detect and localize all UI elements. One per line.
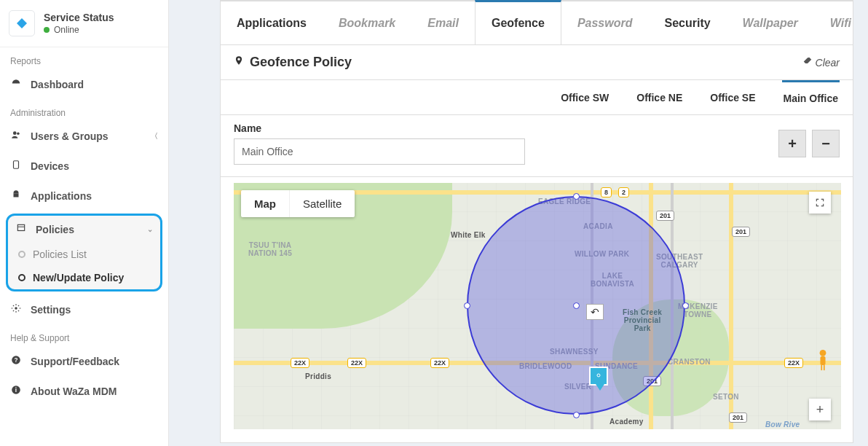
map-zoom-in-button[interactable]: + — [809, 399, 831, 420]
tab-wifi[interactable]: Wifi — [814, 1, 867, 44]
map-type-satellite[interactable]: Satellite — [290, 190, 355, 217]
users-icon — [10, 130, 22, 142]
nav-users-label: Users & Groups — [31, 130, 108, 142]
nav-users-groups[interactable]: Users & Groups 〈 — [0, 121, 168, 151]
status-dot-icon — [44, 27, 50, 33]
svg-point-2 — [13, 131, 17, 135]
geofence-subtabs: Office SW Office NE Office SE Main Offic… — [221, 80, 853, 115]
pegman-icon[interactable] — [815, 349, 831, 371]
chevron-down-icon: ⌄ — [147, 225, 153, 233]
map-label: TSUU T'INA NATION 145 — [248, 241, 292, 257]
route-badge: 22X — [291, 358, 309, 368]
dashboard-icon — [10, 78, 22, 90]
tab-geofence[interactable]: Geofence — [475, 0, 561, 44]
route-badge: 201 — [656, 211, 674, 221]
clear-label: Clear — [816, 57, 840, 69]
app-logo-icon — [9, 10, 35, 36]
status-text: Online — [54, 25, 79, 35]
geofence-handle-w[interactable] — [464, 302, 470, 309]
svg-point-3 — [17, 133, 20, 136]
tab-password[interactable]: Password — [561, 1, 649, 44]
map-label: Bow Rive — [765, 420, 800, 429]
nav-support[interactable]: ? Support/Feedback — [0, 346, 168, 376]
map-type-map[interactable]: Map — [241, 190, 290, 217]
geofence-handle-c[interactable] — [573, 302, 580, 309]
circle-icon — [18, 251, 25, 258]
nav-policies-label: Policies — [36, 224, 74, 235]
nav-dashboard-label: Dashboard — [31, 79, 84, 90]
policies-icon — [15, 223, 27, 235]
clear-button[interactable]: Clear — [802, 56, 840, 69]
nav-devices-label: Devices — [31, 160, 69, 172]
service-status: Service Status Online — [0, 0, 168, 47]
map-fullscreen-button[interactable] — [809, 192, 831, 214]
svg-text:?: ? — [15, 357, 18, 364]
route-badge: 22X — [430, 358, 449, 368]
info-icon: i — [10, 385, 22, 397]
nav-policies-group: Policies ⌄ Policies List New/Update Poli… — [6, 214, 162, 292]
nav-devices[interactable]: Devices — [0, 151, 168, 181]
tab-applications[interactable]: Applications — [221, 1, 323, 44]
nav-new-update-policy[interactable]: New/Update Policy — [8, 266, 160, 289]
nav-policies[interactable]: Policies ⌄ — [8, 216, 160, 243]
svg-rect-16 — [821, 365, 822, 370]
subtab-office-se[interactable]: Office SE — [709, 82, 757, 114]
section-help: Help & Support — [0, 324, 168, 346]
help-icon: ? — [10, 355, 22, 367]
nav-new-policy-label: New/Update Policy — [33, 272, 124, 283]
nav-settings[interactable]: Settings — [0, 294, 168, 324]
map-undo-button[interactable]: ↶ — [586, 304, 604, 320]
main-content: Applications Bookmark Email Geofence Pas… — [169, 0, 868, 446]
svg-point-8 — [15, 307, 17, 310]
route-badge: 201 — [732, 227, 750, 237]
pin-icon — [234, 54, 244, 71]
svg-rect-15 — [820, 356, 825, 365]
geofence-marker-icon[interactable] — [589, 367, 608, 386]
subtab-main-office[interactable]: Main Office — [782, 80, 840, 114]
policy-tabs: Applications Bookmark Email Geofence Pas… — [220, 0, 853, 45]
nav-policies-list-label: Policies List — [33, 249, 87, 260]
geofence-name-input[interactable] — [234, 138, 525, 165]
remove-geofence-button[interactable]: − — [812, 130, 840, 157]
geofence-handle-n[interactable] — [573, 193, 580, 200]
svg-rect-17 — [824, 365, 825, 370]
route-badge: 201 — [729, 412, 747, 423]
nav-dashboard[interactable]: Dashboard — [0, 69, 168, 99]
svg-point-14 — [820, 350, 826, 356]
devices-icon — [10, 160, 22, 172]
svg-rect-4 — [14, 161, 19, 169]
panel-title-text: Geofence Policy — [250, 55, 352, 70]
nav-about[interactable]: i About WaZa MDM — [0, 376, 168, 406]
add-geofence-button[interactable]: + — [778, 130, 806, 157]
tab-wallpaper[interactable]: Wallpaper — [727, 1, 814, 44]
svg-point-13 — [597, 374, 600, 377]
svg-marker-0 — [17, 18, 27, 28]
android-icon — [10, 189, 22, 202]
section-admin: Administration — [0, 99, 168, 121]
subtab-office-sw[interactable]: Office SW — [559, 82, 610, 114]
nav-policies-list[interactable]: Policies List — [8, 243, 160, 266]
geofence-handle-s[interactable] — [573, 412, 580, 418]
nav-about-label: About WaZa MDM — [31, 386, 117, 397]
geofence-panel: Geofence Policy Clear Office SW Office N… — [220, 45, 853, 443]
eraser-icon — [802, 56, 813, 69]
circle-icon — [18, 274, 25, 281]
status-title: Service Status — [44, 12, 114, 23]
subtab-office-ne[interactable]: Office NE — [635, 82, 684, 114]
section-reports: Reports — [0, 47, 168, 69]
route-badge: 8 — [601, 187, 612, 197]
tab-security[interactable]: Security — [648, 1, 726, 44]
tab-bookmark[interactable]: Bookmark — [323, 1, 411, 44]
svg-text:i: i — [15, 387, 17, 394]
geofence-handle-e[interactable] — [682, 302, 689, 309]
svg-rect-5 — [14, 193, 19, 197]
nav-support-label: Support/Feedback — [31, 356, 119, 367]
nav-settings-label: Settings — [31, 304, 71, 316]
route-badge: 2 — [618, 187, 629, 197]
nav-applications[interactable]: Applications — [0, 181, 168, 211]
panel-title: Geofence Policy — [234, 54, 352, 71]
sidebar: Service Status Online Reports Dashboard … — [0, 0, 169, 446]
tab-email[interactable]: Email — [411, 1, 475, 44]
gear-icon — [10, 303, 22, 316]
geofence-map[interactable]: 8 2 201 201 22X 22X 22X 22X 201 201 TSUU… — [234, 183, 841, 429]
